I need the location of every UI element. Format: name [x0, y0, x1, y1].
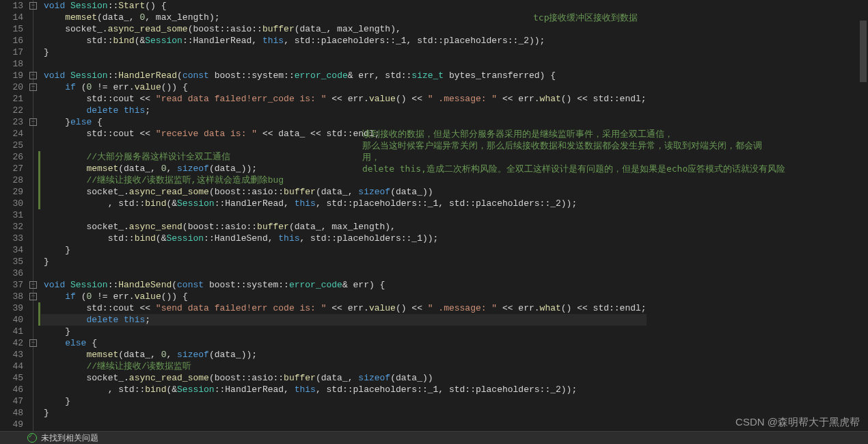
code-line[interactable]: }: [41, 244, 647, 256]
code-line[interactable]: else {: [41, 337, 647, 349]
code-line[interactable]: std::cout << "send data failed!err code …: [41, 302, 647, 314]
fold-toggle[interactable]: −: [29, 83, 37, 91]
status-text: 未找到相关问题: [41, 432, 98, 444]
code-line[interactable]: socket_.async_read_some(boost::asio::buf…: [41, 372, 647, 384]
code-line[interactable]: socket_.async_read_some(boost::asio::buf…: [41, 186, 647, 198]
code-line[interactable]: , std::bind(&Session::HandlerRead, this,…: [41, 198, 647, 209]
vertical-scrollbar[interactable]: [858, 0, 868, 431]
code-editor[interactable]: 1314151617181920212223242526272829303132…: [0, 0, 868, 431]
code-line[interactable]: }: [41, 47, 647, 58]
code-line[interactable]: }: [41, 407, 647, 419]
annotation: 读到接收的数据，但是大部分服务器采用的是继续监听事件，采用全双工通信，: [362, 128, 673, 140]
code-line[interactable]: void Session::HandlerRead(const boost::s…: [41, 70, 647, 81]
code-line[interactable]: [41, 209, 647, 221]
code-line[interactable]: [41, 419, 647, 430]
code-line[interactable]: socket_.async_read_some(boost::asio::buf…: [41, 23, 647, 35]
check-icon: [27, 433, 37, 443]
code-line[interactable]: [41, 58, 647, 70]
annotation: 那么当这时候客户端异常关闭，那么后续接收数据和发送数据都会发生异常，读取到对端关…: [362, 140, 762, 151]
fold-toggle[interactable]: −: [29, 339, 37, 347]
code-line[interactable]: delete this;: [41, 314, 647, 326]
code-line[interactable]: void Session::Start() {: [41, 0, 647, 12]
annotation: tcp接收缓冲区接收到数据: [533, 12, 638, 23]
code-line[interactable]: , std::bind(&Session::HandlerRead, this,…: [41, 384, 647, 395]
code-line[interactable]: if (0 != err.value()) {: [41, 291, 647, 302]
code-line[interactable]: delete this;: [41, 105, 647, 116]
fold-toggle[interactable]: −: [29, 72, 37, 79]
code-line[interactable]: }: [41, 326, 647, 337]
fold-toggle[interactable]: −: [29, 2, 37, 10]
line-number-gutter: 1314151617181920212223242526272829303132…: [0, 0, 29, 431]
code-line[interactable]: if (0 != err.value()) {: [41, 81, 647, 93]
code-line[interactable]: void Session::HandleSend(const boost::sy…: [41, 279, 647, 291]
fold-toggle[interactable]: −: [29, 281, 37, 289]
code-line[interactable]: std::bind(&Session::HandleSend, this, st…: [41, 233, 647, 244]
scrollbar-thumb[interactable]: [860, 21, 867, 82]
code-line[interactable]: socket_.async_send(boost::asio::buffer(d…: [41, 221, 647, 233]
code-line[interactable]: //继续让接收/读数据监听: [41, 361, 647, 372]
fold-toggle[interactable]: −: [29, 118, 37, 126]
code-line[interactable]: }: [41, 395, 647, 407]
code-line[interactable]: //继续让接收/读数据监听,这样就会造成删除bug: [41, 174, 647, 186]
code-area[interactable]: void Session::Start() { memset(data_, 0,…: [41, 0, 868, 431]
status-bar: 未找到相关问题: [0, 431, 868, 444]
annotation: 用，: [362, 151, 380, 163]
fold-column[interactable]: −−−−−−−: [29, 0, 38, 431]
code-line[interactable]: }else {: [41, 116, 647, 128]
code-line[interactable]: memset(data_, 0, sizeof(data_));: [41, 349, 647, 361]
code-line[interactable]: //大部分服务器这样设计全双工通信: [41, 151, 647, 163]
watermark: CSDN @森明帮大于黑虎帮: [735, 416, 860, 429]
annotation: delete this,造成二次析构风险。全双工这样设计是有问题的，但是如果是e…: [362, 163, 785, 174]
fold-toggle[interactable]: −: [29, 293, 37, 300]
code-line[interactable]: }: [41, 256, 647, 267]
code-line[interactable]: std::bind(&Session::HandlerRead, this, s…: [41, 35, 647, 47]
code-line[interactable]: std::cout << "read data failed!err_code …: [41, 93, 647, 105]
code-line[interactable]: [41, 267, 647, 279]
